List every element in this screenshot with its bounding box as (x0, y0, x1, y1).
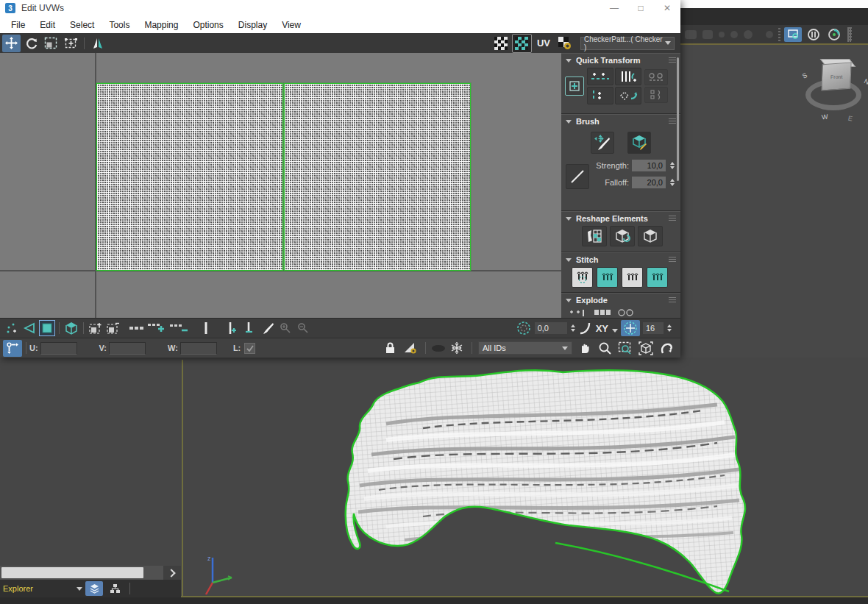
menu-tools[interactable]: Tools (102, 18, 137, 32)
stitch-source-button[interactable] (622, 267, 643, 288)
toolbar-grip[interactable] (847, 27, 852, 42)
minimize-button[interactable]: — (601, 0, 627, 16)
align-horizontal-button[interactable] (587, 68, 613, 85)
grow-selection-button[interactable] (88, 320, 104, 336)
grow-edge-button[interactable] (224, 320, 241, 336)
layers-view-button[interactable] (85, 581, 103, 596)
uv-space-button[interactable]: UV (537, 38, 550, 49)
shrink-selection-button[interactable] (105, 320, 121, 336)
soft-falloff-curve-icon[interactable] (579, 321, 592, 335)
zoom-extents-button[interactable] (638, 340, 654, 356)
absolute-offset-toggle[interactable] (3, 340, 22, 357)
stitch-target-button[interactable] (597, 267, 618, 288)
edge-distance-spinner[interactable] (666, 324, 673, 332)
hierarchy-view-button[interactable] (106, 581, 124, 596)
explode-faces-icon[interactable] (617, 308, 635, 317)
detach-icon[interactable] (594, 308, 611, 317)
straighten-element-button[interactable] (582, 226, 607, 246)
quick-transform-header[interactable]: Quick Transform (561, 54, 680, 66)
space-horizontal-button[interactable] (644, 69, 668, 85)
section-menu-icon[interactable] (669, 118, 676, 124)
paint-select-button[interactable] (260, 320, 276, 336)
freeze-selected-button[interactable] (449, 340, 465, 356)
vertex-mode-button[interactable] (4, 320, 20, 336)
map-options-button[interactable] (555, 35, 574, 52)
select-loop-grow-button[interactable] (146, 320, 167, 336)
uv-editor-canvas[interactable] (0, 53, 561, 318)
falloff-axis-button[interactable]: XY (596, 323, 608, 334)
v-value-field[interactable] (109, 342, 146, 355)
section-menu-icon[interactable] (669, 297, 676, 303)
relax-brush-button[interactable] (627, 132, 651, 154)
reshape-header[interactable]: Reshape Elements (561, 212, 680, 224)
uv-island-right[interactable] (284, 83, 471, 271)
menu-display[interactable]: Display (231, 18, 274, 32)
scale-tool-button[interactable] (42, 35, 60, 52)
cloth-mesh-object[interactable] (335, 359, 765, 602)
strength-field[interactable]: 10,0 (632, 160, 666, 171)
compass-north[interactable]: N (863, 77, 868, 86)
shrink-edge-button[interactable] (242, 320, 258, 336)
lock-aspect-checkbox[interactable] (244, 343, 255, 354)
show-map-button[interactable] (512, 34, 532, 53)
stitch-average-button[interactable] (647, 267, 668, 288)
viewcube[interactable]: S N W E Front (804, 60, 867, 118)
explode-header[interactable]: Explode (561, 294, 680, 306)
chevron-down-icon[interactable] (77, 587, 82, 591)
falloff-field[interactable]: 20,0 (632, 177, 666, 188)
section-menu-icon[interactable] (669, 216, 676, 221)
scrollbar-right-button[interactable] (163, 566, 181, 580)
edge-vertical-button[interactable] (198, 320, 214, 336)
compass-west[interactable]: W (821, 113, 828, 121)
lock-selection-button[interactable] (382, 340, 398, 356)
select-ring-button[interactable] (168, 320, 189, 336)
menu-options[interactable]: Options (185, 18, 230, 32)
mirror-tool-button[interactable] (88, 35, 107, 52)
align-pivot-button[interactable] (565, 77, 584, 96)
section-menu-icon[interactable] (669, 257, 676, 263)
menu-view[interactable]: View (274, 18, 308, 32)
paint-select-add-button[interactable] (277, 320, 294, 336)
viewcube-front-face[interactable]: Front (821, 63, 851, 91)
titlebar[interactable]: 3 Edit UVWs — □ ✕ (0, 0, 680, 16)
filter-selected-faces-button[interactable] (402, 340, 419, 356)
paint-select-subtract-button[interactable] (295, 320, 311, 336)
uv-island-left[interactable] (96, 83, 283, 271)
move-brush-button[interactable] (591, 132, 614, 154)
break-icon[interactable] (569, 308, 588, 317)
rotate-quick-button[interactable] (615, 87, 641, 104)
layer-explorer-button[interactable] (784, 27, 802, 42)
viewport-divider[interactable] (182, 360, 183, 596)
relax-element-button[interactable] (638, 226, 663, 246)
freeform-mode-button[interactable] (62, 35, 80, 52)
zoom-button[interactable] (597, 340, 613, 356)
edge-distance-field[interactable]: 16 (643, 322, 664, 334)
brush-header[interactable]: Brush (561, 115, 680, 127)
w-value-field[interactable] (180, 342, 217, 355)
falloff-spinner[interactable] (669, 179, 676, 186)
straighten-selection-button[interactable] (615, 68, 641, 85)
soft-selection-spinner[interactable] (569, 324, 577, 332)
soft-selection-value-field[interactable]: 0,0 (535, 322, 567, 334)
edge-distance-button[interactable] (621, 320, 640, 336)
material-id-filter-dropdown[interactable]: All IDs (478, 341, 572, 355)
rotate-tool-button[interactable] (22, 35, 40, 52)
maximize-button[interactable]: □ (627, 0, 654, 16)
stitch-header[interactable]: Stitch (561, 253, 680, 266)
polygon-mode-button[interactable] (39, 320, 55, 336)
menu-mapping[interactable]: Mapping (137, 18, 185, 32)
zoom-region-button[interactable] (617, 340, 633, 356)
u-value-field[interactable] (40, 342, 77, 355)
section-menu-icon[interactable] (669, 57, 676, 63)
render-button[interactable] (825, 27, 843, 42)
horizontal-scrollbar[interactable] (0, 566, 181, 580)
select-loop-shrink-button[interactable] (129, 320, 145, 336)
zoom-to-selected-button[interactable] (658, 340, 675, 356)
brush-falloff-curve-button[interactable] (566, 164, 589, 189)
texture-selector-dropdown[interactable]: CheckerPatt...( Checker ) (580, 37, 675, 50)
scrollbar-thumb[interactable] (1, 567, 143, 578)
menu-edit[interactable]: Edit (32, 18, 63, 32)
show-grid-button[interactable] (492, 35, 511, 52)
close-button[interactable]: ✕ (654, 0, 680, 16)
move-tool-button[interactable] (2, 35, 21, 52)
